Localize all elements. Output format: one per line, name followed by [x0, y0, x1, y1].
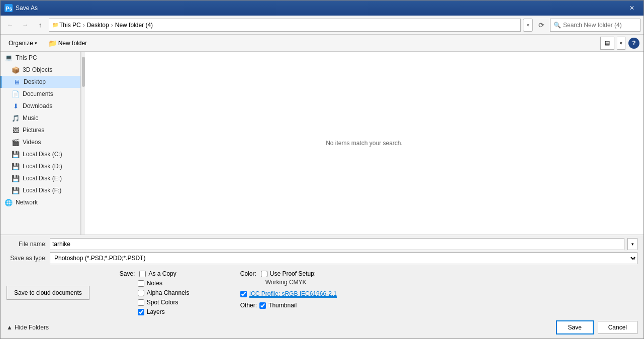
save-options-header: Save: — [120, 270, 135, 277]
sidebar-item-videos[interactable]: 🎬 Videos — [1, 136, 80, 148]
as-copy-label: As a Copy — [148, 270, 176, 277]
view-dropdown-icon: ▾ — [620, 41, 622, 46]
refresh-button[interactable]: ⟳ — [535, 19, 548, 32]
spot-colors-label: Spot Colors — [147, 299, 178, 306]
forward-button[interactable]: → — [19, 19, 32, 32]
local-disk-e-icon: 💾 — [12, 174, 20, 182]
path-this-pc: This PC — [59, 22, 81, 29]
sidebar-item-3d-objects[interactable]: 📦 3D Objects — [1, 64, 80, 76]
layers-checkbox[interactable] — [138, 309, 144, 315]
organize-arrow-icon: ▾ — [35, 41, 37, 46]
sidebar-item-label-local-disk-d: Local Disk (D:) — [23, 163, 62, 170]
cloud-save-button[interactable]: Save to cloud documents — [7, 286, 89, 300]
filename-dropdown-icon: ▾ — [631, 242, 634, 247]
alpha-channels-label: Alpha Channels — [147, 289, 190, 296]
sidebar-item-this-pc[interactable]: 💻 This PC — [1, 52, 80, 64]
icc-checkbox[interactable] — [240, 291, 247, 297]
local-disk-f-icon: 💾 — [12, 186, 20, 194]
other-row: Other: Thumbnail — [240, 302, 341, 309]
sidebar-item-pictures[interactable]: 🖼 Pictures — [1, 124, 80, 136]
path-folder: New folder (4) — [115, 22, 153, 29]
3d-objects-icon: 📦 — [12, 66, 20, 74]
sidebar-item-network[interactable]: 🌐 Network — [1, 196, 80, 208]
sidebar-item-local-disk-d[interactable]: 💾 Local Disk (D:) — [1, 160, 80, 172]
cancel-button[interactable]: Cancel — [598, 321, 637, 334]
sidebar-item-music[interactable]: 🎵 Music — [1, 112, 80, 124]
sidebar-item-label-music: Music — [23, 115, 38, 122]
filename-row: File name: ▾ — [7, 238, 637, 250]
savetype-select-wrapper: Photoshop (*.PSD;*.PDD;*.PSDT) ▾ — [50, 252, 637, 264]
bottom-section: File name: ▾ Save as type: Photoshop (*.… — [1, 235, 643, 338]
sidebar-item-downloads[interactable]: ⬇ Downloads — [1, 100, 80, 112]
save-options: Save: As a Copy Notes Alpha Channels Spo… — [120, 270, 220, 315]
save-button[interactable]: Save — [556, 320, 594, 334]
sidebar-item-label-this-pc: This PC — [16, 54, 37, 61]
videos-icon: 🎬 — [12, 138, 20, 146]
use-proof-label: Use Proof Setup: — [270, 270, 316, 277]
icc-label: ICC Profile: sRGB IEC61966-2.1 — [249, 290, 337, 298]
hide-folders-button[interactable]: ▲ Hide Folders — [7, 324, 552, 331]
sidebar-item-label-documents: Documents — [23, 90, 53, 97]
color-options: Color: Use Proof Setup: Working CMYK ICC… — [240, 270, 341, 315]
sidebar-item-desktop[interactable]: 🖥 Desktop — [1, 76, 80, 88]
search-icon: 🔍 — [554, 22, 561, 29]
view-icon: ▤ — [605, 40, 610, 46]
alpha-channels-row: Alpha Channels — [120, 289, 220, 296]
savetype-select[interactable]: Photoshop (*.PSD;*.PDD;*.PSDT) — [50, 252, 637, 264]
options-area: Save to cloud documents Save: As a Copy … — [7, 266, 637, 317]
buttons-row: ▲ Hide Folders Save Cancel — [7, 317, 637, 335]
use-proof-checkbox[interactable] — [261, 271, 267, 277]
search-box[interactable]: 🔍 — [550, 19, 640, 32]
close-button[interactable]: ✕ — [620, 1, 643, 16]
pictures-icon: 🖼 — [12, 126, 20, 134]
back-button[interactable]: ← — [4, 19, 17, 32]
sidebar-item-documents[interactable]: 📄 Documents — [1, 88, 80, 100]
notes-checkbox[interactable] — [138, 280, 144, 287]
sidebar-item-local-disk-e[interactable]: 💾 Local Disk (E:) — [1, 172, 80, 184]
this-pc-icon: 💻 — [5, 54, 13, 62]
sidebar-scrollbar-thumb[interactable] — [82, 57, 85, 87]
new-folder-button[interactable]: 📁 New folder — [44, 38, 91, 49]
address-bar: ← → ↑ 📁 This PC › Desktop › New folder (… — [1, 16, 643, 35]
sidebar-item-local-disk-c[interactable]: 💾 Local Disk (C:) — [1, 148, 80, 160]
as-copy-checkbox[interactable] — [139, 271, 146, 277]
address-path[interactable]: 📁 This PC › Desktop › New folder (4) — [49, 19, 521, 32]
new-folder-icon: 📁 — [48, 39, 57, 47]
filename-input[interactable] — [50, 238, 624, 250]
search-input[interactable] — [563, 22, 637, 29]
layers-label: Layers — [147, 308, 165, 315]
layers-row: Layers — [120, 308, 220, 315]
alpha-channels-checkbox[interactable] — [138, 290, 144, 296]
hide-folders-label: Hide Folders — [15, 324, 49, 331]
help-button[interactable]: ? — [628, 38, 639, 49]
sidebar-item-local-disk-f[interactable]: 💾 Local Disk (F:) — [1, 184, 80, 196]
empty-message: No items match your search. — [326, 140, 403, 147]
app-icon: Ps — [5, 4, 13, 12]
view-arrow-button[interactable]: ▾ — [617, 37, 625, 50]
path-sep-2: › — [111, 22, 113, 29]
sidebar-item-label-downloads: Downloads — [23, 102, 52, 109]
icc-row: ICC Profile: sRGB IEC61966-2.1 — [240, 290, 341, 298]
view-button[interactable]: ▤ — [600, 37, 614, 50]
dropdown-button[interactable]: ▾ — [523, 19, 533, 32]
color-header: Color: — [240, 270, 256, 277]
spot-colors-checkbox[interactable] — [138, 299, 144, 306]
downloads-icon: ⬇ — [12, 102, 20, 110]
filename-dropdown-button[interactable]: ▾ — [627, 238, 637, 250]
sidebar-item-label-videos: Videos — [23, 139, 41, 146]
cloud-save-area: Save to cloud documents — [7, 270, 100, 315]
working-cmyk-label: Working CMYK — [240, 279, 341, 286]
notes-row: Notes — [120, 280, 220, 287]
use-proof-row: Color: Use Proof Setup: — [240, 270, 341, 277]
dialog-title: Save As — [16, 5, 617, 12]
sidebar-item-label-local-disk-f: Local Disk (F:) — [23, 187, 61, 194]
filename-label: File name: — [7, 241, 47, 248]
up-button[interactable]: ↑ — [34, 19, 47, 32]
sidebar-item-label-desktop: Desktop — [24, 78, 46, 85]
organize-label: Organize — [9, 40, 33, 47]
sidebar-scrollbar[interactable] — [81, 52, 85, 235]
sidebar-item-label-3d-objects: 3D Objects — [23, 66, 52, 73]
thumbnail-checkbox[interactable] — [259, 302, 266, 309]
path-sep-1: › — [83, 22, 85, 29]
organize-button[interactable]: Organize ▾ — [5, 38, 41, 48]
